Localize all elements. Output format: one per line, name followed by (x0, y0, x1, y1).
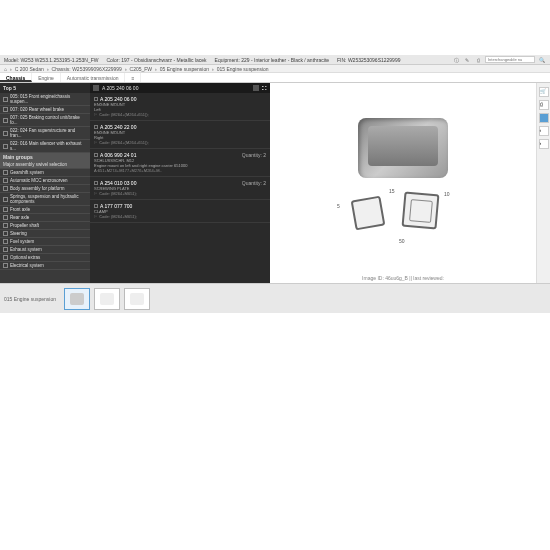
header-bar: Model: W253 W253.1.253195-1.253N_FW Colo… (0, 55, 550, 65)
sidebar: Top 5 005: 015 Front engine/chassis susp… (0, 83, 90, 283)
top5-item[interactable]: 005: 015 Front engine/chassis suspen... (0, 93, 90, 106)
checkbox-icon[interactable] (94, 97, 98, 101)
group-item[interactable]: Steering (0, 230, 90, 238)
forward-icon[interactable]: › (539, 139, 549, 149)
part-row[interactable]: A 177 077 700 CLAMP ⚐ Code: (M264+M651); (90, 200, 270, 223)
grid-icon[interactable] (253, 85, 259, 91)
checkbox-icon[interactable] (3, 186, 8, 191)
part-row[interactable]: A 254 010 03 00Quantity: 2 SCREWING PLAT… (90, 177, 270, 200)
checkbox-icon[interactable] (3, 178, 8, 183)
top5-header: Top 5 (0, 83, 90, 93)
tab-collapse[interactable]: ≡ (125, 73, 141, 82)
checkbox-icon[interactable] (3, 144, 8, 149)
crumb-chassis[interactable]: Chassis: W253999096X229999 (52, 66, 122, 72)
checkbox-icon[interactable] (3, 97, 8, 102)
parts-panel: A 205 240 06 00 ⛶ A 205 240 06 00 ENGINE… (90, 83, 270, 283)
thumbnail[interactable] (94, 288, 120, 310)
top5-item[interactable]: 007: 020 Rear wheel brake (0, 106, 90, 114)
diagram-view[interactable]: 5 15 10 50 Image ID: 46uu6g_B || last re… (270, 83, 536, 283)
group-item[interactable]: Electrical system (0, 262, 90, 270)
group-item[interactable]: Optional extras (0, 254, 90, 262)
crumb-code[interactable]: C205_FW (130, 66, 153, 72)
checkbox-icon[interactable] (3, 247, 8, 252)
group-item[interactable]: Fuel system (0, 238, 90, 246)
flag-icon: ⚐ (94, 140, 98, 145)
tab-automatic[interactable]: Automatic transmission (61, 73, 126, 82)
group-item[interactable]: Springs, suspension and hydraulic compon… (0, 193, 90, 206)
print-icon[interactable]: ⎙ (474, 56, 482, 64)
crumb-sub[interactable]: 015 Engine suspension (217, 66, 269, 72)
group-item[interactable]: Gearshift system (0, 169, 90, 177)
model-info: Model: W253 W253.1.253195-1.253N_FW (4, 57, 99, 63)
checkbox-icon[interactable] (3, 231, 8, 236)
part-row[interactable]: A 205 240 22 00 ENGINE MOUNT Right ⚐ Cod… (90, 121, 270, 149)
link-icon[interactable] (539, 113, 549, 123)
checkbox-icon[interactable] (3, 263, 8, 268)
back-icon[interactable]: ‹ (539, 126, 549, 136)
part-row[interactable]: A 006 990 24 01Quantity: 2 SCHLUSSSCHR. … (90, 149, 270, 177)
search-input[interactable] (485, 56, 535, 63)
top5-item[interactable]: 007: 025 Braking control unit/brake fo..… (0, 114, 90, 127)
thumbnail[interactable] (64, 288, 90, 310)
group-item[interactable]: Front axle (0, 206, 90, 214)
checkbox-icon[interactable] (3, 215, 8, 220)
part-num-header: A 205 240 06 00 (102, 85, 138, 91)
right-toolbar: 🛒 ⎙ ‹ › (536, 83, 550, 283)
part-row[interactable]: A 205 240 06 00 ENGINE MOUNT Left ⚐ Code… (90, 93, 270, 121)
callout[interactable]: 5 (336, 203, 341, 209)
note-icon[interactable]: ✎ (463, 56, 471, 64)
callout[interactable]: 50 (398, 238, 406, 244)
equipment-info: Equipment: 229 - Interior leather - Blac… (215, 57, 330, 63)
group-item[interactable]: Rear axle (0, 214, 90, 222)
checkbox-icon[interactable] (3, 223, 8, 228)
search-icon[interactable]: 🔍 (538, 56, 546, 64)
tab-engine[interactable]: Engine (32, 73, 61, 82)
diagram-caption: Image ID: 46uu6g_B || last reviewed: (362, 275, 444, 281)
callout[interactable]: 15 (388, 188, 396, 194)
assembly-selector[interactable]: Major assembly swivel selection (0, 161, 90, 169)
flag-icon: ⚐ (94, 191, 98, 196)
vin-info: FIN: W253253096S1229999 (337, 57, 400, 63)
flag-icon: ⚐ (94, 214, 98, 219)
checkbox-icon[interactable] (3, 170, 8, 175)
thumbnail[interactable] (124, 288, 150, 310)
tabs: Chassis Engine Automatic transmission ≡ (0, 73, 550, 83)
thumb-label: 015 Engine suspension (4, 296, 56, 302)
checkbox-icon[interactable] (3, 107, 8, 112)
checkbox-icon[interactable] (3, 131, 8, 136)
crumb-model[interactable]: C 200 Sedan (15, 66, 44, 72)
search-icon[interactable] (93, 85, 99, 91)
expand-icon[interactable]: ⛶ (262, 85, 267, 91)
flag-icon: ⚐ (94, 112, 98, 117)
breadcrumb: ⌂ › C 200 Sedan › Chassis: W253999096X22… (0, 65, 550, 73)
tab-chassis[interactable]: Chassis (0, 73, 32, 82)
engine-diagram: 5 15 10 50 (328, 113, 478, 253)
print-icon[interactable]: ⎙ (539, 100, 549, 110)
checkbox-icon[interactable] (94, 125, 98, 129)
checkbox-icon[interactable] (3, 207, 8, 212)
checkbox-icon[interactable] (3, 197, 8, 202)
thumbnail-bar: 015 Engine suspension (0, 283, 550, 313)
cart-icon[interactable]: 🛒 (539, 87, 549, 97)
home-icon[interactable]: ⌂ (4, 66, 7, 72)
crumb-group[interactable]: 05 Engine suspension (160, 66, 209, 72)
checkbox-icon[interactable] (94, 153, 98, 157)
info-icon[interactable]: ⓘ (452, 56, 460, 64)
checkbox-icon[interactable] (3, 118, 8, 123)
group-item[interactable]: Body assembly for platform (0, 185, 90, 193)
group-item[interactable]: Automatic MCC encrosorven (0, 177, 90, 185)
main-groups-header: Main groups (0, 153, 90, 161)
checkbox-icon[interactable] (94, 204, 98, 208)
callout[interactable]: 10 (443, 191, 451, 197)
checkbox-icon[interactable] (3, 239, 8, 244)
color-info: Color: 197 - Obsidianschwarz - Metallic … (107, 57, 207, 63)
group-item[interactable]: Exhaust system (0, 246, 90, 254)
checkbox-icon[interactable] (3, 255, 8, 260)
group-item[interactable]: Propeller shaft (0, 222, 90, 230)
checkbox-icon[interactable] (94, 181, 98, 185)
top5-item[interactable]: 022: 024 Fan superstructure and fran... (0, 127, 90, 140)
top5-item[interactable]: 022: 016 Main silencer with exhaust s... (0, 140, 90, 153)
